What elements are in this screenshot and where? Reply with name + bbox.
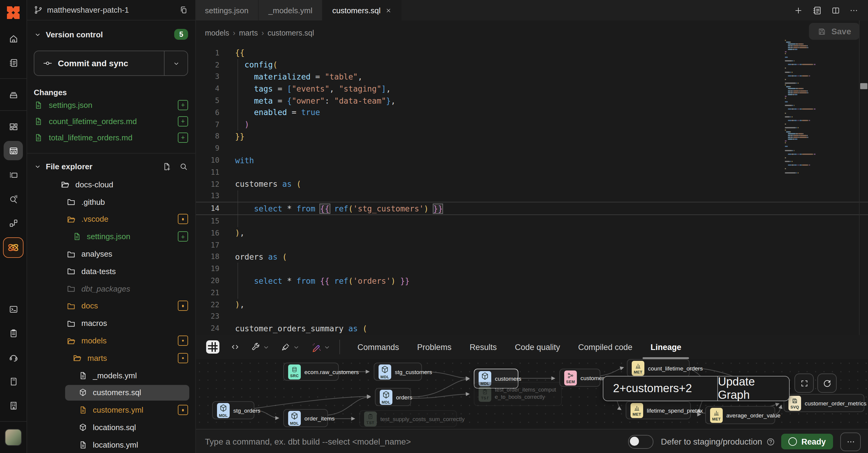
- code-line-21[interactable]: 21: [195, 287, 868, 299]
- changed-file-row[interactable]: total_lifetime_orders.md +: [34, 130, 188, 146]
- lineage-node-count-lifetime-orders[interactable]: MET count_lifetime_orders: [627, 359, 689, 377]
- lineage-node-ecom-raw-customers[interactable]: SRC ecom.raw_customers: [283, 363, 339, 381]
- tab--models-yml[interactable]: _models.yml: [259, 0, 322, 21]
- develop-code-icon[interactable]: [4, 141, 23, 160]
- version-control-header[interactable]: Version control 5: [34, 29, 188, 40]
- docs-notebook-icon[interactable]: [4, 53, 23, 72]
- build-wrench-icon[interactable]: [251, 342, 270, 352]
- code-line-1[interactable]: 1{{: [195, 47, 868, 59]
- fullscreen-button[interactable]: [795, 374, 814, 393]
- panel-tab-lineage[interactable]: Lineage: [641, 335, 690, 359]
- fusion-atom-icon[interactable]: [3, 237, 24, 258]
- editor-scrollbar[interactable]: [859, 21, 868, 335]
- lineage-selector-input[interactable]: 2+customers+2: [603, 377, 718, 400]
- tree-item-analyses[interactable]: analyses: [27, 245, 195, 263]
- close-icon[interactable]: [385, 7, 392, 13]
- lineage-node-test-order-items-compute-to-bools-correctly[interactable]: TST test_order_items_compute_to_bools_co…: [474, 382, 562, 406]
- code-line-16[interactable]: 16),: [195, 227, 868, 239]
- dbt-logo-icon[interactable]: [5, 4, 22, 21]
- tree-item-data-tests[interactable]: data-tests: [27, 263, 195, 280]
- split-icon[interactable]: [831, 6, 840, 15]
- breadcrumb-item[interactable]: customers.sql: [268, 29, 314, 37]
- compile-code-icon[interactable]: [230, 342, 240, 352]
- added-file-badge[interactable]: +: [178, 100, 188, 110]
- more-options-button[interactable]: [840, 432, 861, 451]
- lineage-canvas[interactable]: SRC ecom.raw_customersMDL stg_customersM…: [195, 359, 868, 429]
- branch-name[interactable]: matthewshaver-patch-1: [47, 5, 175, 14]
- tree-item-settings-json[interactable]: settings.json+: [27, 228, 195, 246]
- lineage-node-stg-customers[interactable]: MDL stg_customers: [374, 363, 422, 381]
- code-line-7[interactable]: 7 ): [195, 119, 868, 131]
- code-line-19[interactable]: 19: [195, 263, 868, 275]
- code-line-17[interactable]: 17: [195, 239, 868, 251]
- command-input[interactable]: Type a command, ex. dbt build --select <…: [205, 437, 628, 446]
- breadcrumb-item[interactable]: models: [205, 29, 229, 37]
- tree-item--github[interactable]: .github: [27, 193, 195, 211]
- code-line-20[interactable]: 20 select * from {{ ref('orders') }}: [195, 275, 868, 287]
- tree-item-marts[interactable]: marts: [27, 349, 195, 367]
- tree-item-dbt-packages[interactable]: dbt_packages: [27, 280, 195, 298]
- copy-icon[interactable]: [179, 5, 188, 14]
- organization-icon[interactable]: [4, 396, 23, 415]
- tree-item-customers-yml[interactable]: customers.yml: [27, 401, 195, 419]
- lineage-node-order-items[interactable]: MDL order_items: [283, 409, 328, 427]
- tree-item-models[interactable]: models: [27, 332, 195, 349]
- projects-drawer-icon[interactable]: [4, 85, 23, 104]
- refresh-graph-button[interactable]: [817, 374, 837, 393]
- panel-tab-compiled-code[interactable]: Compiled code: [569, 335, 641, 359]
- lineage-node-stg-orders[interactable]: MDL stg_orders: [212, 401, 254, 419]
- lineage-node-average-order-value[interactable]: MET average_order_value: [705, 406, 775, 424]
- lineage-node-test-supply-costs-sum-correctly[interactable]: TST test_supply_costs_sum_correctly: [359, 410, 457, 427]
- code-line-24[interactable]: 24customer_orders_summary as (: [195, 323, 868, 335]
- update-graph-button[interactable]: Update Graph: [718, 377, 789, 400]
- docs-book-icon[interactable]: [4, 372, 23, 391]
- search-icon[interactable]: [179, 162, 188, 171]
- code-line-18[interactable]: 18orders as (: [195, 251, 868, 263]
- tasks-clipboard-icon[interactable]: [4, 323, 23, 343]
- code-line-9[interactable]: 9: [195, 142, 868, 155]
- dashboard-grid-icon[interactable]: [4, 117, 23, 136]
- added-file-badge[interactable]: +: [178, 132, 188, 143]
- lineage-node-customer-order-metrics[interactable]: SVQ customer_order_metrics: [784, 394, 864, 412]
- new-file-icon[interactable]: [162, 162, 171, 171]
- lineage-node-customers[interactable]: SEM customers: [559, 369, 600, 387]
- code-line-3[interactable]: 3 materialized = "table",: [195, 71, 868, 83]
- code-line-11[interactable]: 11: [195, 166, 868, 178]
- defer-toggle[interactable]: [628, 434, 654, 449]
- code-line-2[interactable]: 2 config(: [195, 59, 868, 71]
- lineage-node-lifetime-spend-pretax[interactable]: MET lifetime_spend_pretax: [626, 401, 691, 419]
- commit-options-caret[interactable]: [164, 51, 187, 75]
- file-explorer-header[interactable]: File explorer: [34, 162, 188, 171]
- support-headset-icon[interactable]: [4, 348, 23, 367]
- commit-and-sync-button[interactable]: Commit and sync: [34, 51, 188, 76]
- preview-table-icon[interactable]: [206, 341, 219, 354]
- lineage-flow-icon[interactable]: [4, 213, 23, 232]
- tree-item-docs-cloud[interactable]: docs-cloud: [27, 176, 195, 193]
- save-button[interactable]: Save: [809, 23, 860, 40]
- panel-tab-problems[interactable]: Problems: [408, 335, 461, 359]
- tree-item-locations-yml[interactable]: locations.yml: [27, 436, 195, 453]
- tab-settings-json[interactable]: settings.json: [195, 0, 258, 21]
- tab-customers-sql[interactable]: customers.sql: [322, 0, 401, 21]
- tree-item--models-yml[interactable]: _models.yml: [27, 367, 195, 384]
- code-line-23[interactable]: 23: [195, 311, 868, 323]
- code-line-5[interactable]: 5 meta = {"owner": "data-team"},: [195, 95, 868, 107]
- terminal-icon[interactable]: [4, 299, 23, 319]
- code-line-6[interactable]: 6 enabled = true: [195, 107, 868, 119]
- home-icon[interactable]: [4, 29, 23, 48]
- changed-file-row[interactable]: settings.json +: [34, 97, 188, 113]
- tree-item-locations-sql[interactable]: locations.sql: [27, 419, 195, 436]
- tree-item-docs[interactable]: docs: [27, 297, 195, 315]
- code-line-8[interactable]: 8}}: [195, 130, 868, 142]
- catalog-search-icon[interactable]: [4, 189, 23, 208]
- panel-tab-commands[interactable]: Commands: [348, 335, 408, 359]
- help-icon[interactable]: [767, 437, 775, 446]
- breadcrumb-item[interactable]: marts: [239, 29, 258, 37]
- code-line-14[interactable]: 14 select * from {{ ref('stg_customers')…: [195, 202, 868, 215]
- code-line-12[interactable]: 12customers as (: [195, 178, 868, 190]
- orchestration-icon[interactable]: [4, 165, 23, 184]
- ellipsis-icon[interactable]: [849, 6, 858, 15]
- panel-tab-code-quality[interactable]: Code quality: [506, 335, 569, 359]
- code-line-15[interactable]: 15: [195, 215, 868, 227]
- notebook-icon[interactable]: [812, 5, 822, 15]
